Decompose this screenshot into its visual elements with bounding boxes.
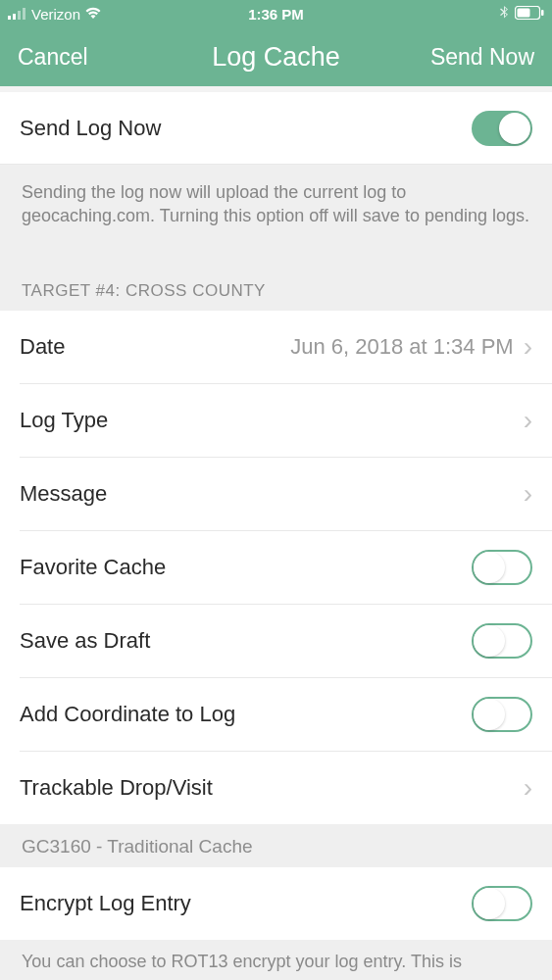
add-coord-label: Add Coordinate to Log xyxy=(20,702,235,727)
cache-info-label: GC3160 - Traditional Cache xyxy=(0,824,552,867)
log-type-label: Log Type xyxy=(20,408,108,433)
svg-rect-0 xyxy=(8,16,11,20)
svg-rect-6 xyxy=(541,10,544,16)
favorite-cache-label: Favorite Cache xyxy=(20,555,166,580)
encrypt-label: Encrypt Log Entry xyxy=(20,891,191,916)
chevron-right-icon: › xyxy=(524,774,532,802)
message-label: Message xyxy=(20,481,107,507)
encrypt-description: You can choose to ROT13 encrypt your log… xyxy=(0,940,552,972)
send-now-button[interactable]: Send Now xyxy=(362,44,534,71)
trackable-label: Trackable Drop/Visit xyxy=(20,775,213,801)
chevron-right-icon: › xyxy=(524,407,532,434)
message-row[interactable]: Message › xyxy=(0,458,552,530)
page-title: Log Cache xyxy=(190,42,363,73)
send-log-now-toggle[interactable] xyxy=(472,111,532,146)
send-log-description: Sending the log now will upload the curr… xyxy=(0,165,552,240)
trackable-row[interactable]: Trackable Drop/Visit › xyxy=(0,752,552,824)
favorite-cache-row: Favorite Cache xyxy=(0,531,552,604)
encrypt-row: Encrypt Log Entry xyxy=(0,867,552,940)
save-draft-label: Save as Draft xyxy=(20,628,150,654)
carrier-label: Verizon xyxy=(31,6,80,23)
signal-icon xyxy=(8,6,27,23)
nav-bar: Cancel Log Cache Send Now xyxy=(0,28,552,86)
cancel-button[interactable]: Cancel xyxy=(18,44,190,71)
target-header: TARGET #4: CROSS COUNTY xyxy=(0,240,552,311)
date-row[interactable]: Date Jun 6, 2018 at 1:34 PM › xyxy=(0,311,552,383)
add-coord-row: Add Coordinate to Log xyxy=(0,678,552,751)
date-value: Jun 6, 2018 at 1:34 PM xyxy=(290,334,514,360)
svg-rect-2 xyxy=(18,11,21,20)
encrypt-toggle[interactable] xyxy=(472,886,532,921)
add-coord-toggle[interactable] xyxy=(472,697,532,732)
date-label: Date xyxy=(20,334,65,360)
log-type-row[interactable]: Log Type › xyxy=(0,384,552,457)
time-label: 1:36 PM xyxy=(248,6,304,23)
save-draft-toggle[interactable] xyxy=(472,623,532,659)
chevron-right-icon: › xyxy=(524,480,532,508)
wifi-icon xyxy=(84,6,102,23)
save-draft-row: Save as Draft xyxy=(0,605,552,677)
chevron-right-icon: › xyxy=(524,333,532,361)
send-log-now-row: Send Log Now xyxy=(0,92,552,165)
battery-icon xyxy=(515,6,544,23)
status-bar: Verizon 1:36 PM xyxy=(0,0,552,28)
svg-rect-1 xyxy=(13,14,16,20)
svg-rect-5 xyxy=(518,9,530,18)
send-log-now-label: Send Log Now xyxy=(20,116,161,141)
bluetooth-icon xyxy=(500,6,509,24)
svg-rect-3 xyxy=(23,8,25,20)
favorite-cache-toggle[interactable] xyxy=(472,550,532,585)
